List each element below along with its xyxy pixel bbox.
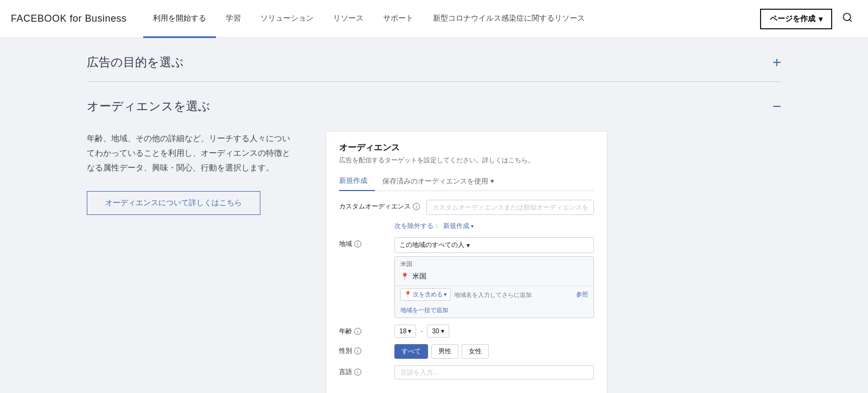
age-min-chevron-icon: ▾ — [408, 327, 411, 335]
age-label: 年齢 i — [339, 325, 388, 336]
gender-row: 性別 i すべて男性女性 — [339, 344, 594, 359]
custom-audience-label: カスタムオーディエンス i — [339, 200, 420, 211]
nav-item-学習[interactable]: 学習 — [216, 0, 251, 38]
location-info-icon[interactable]: i — [354, 240, 361, 248]
age-row: 年齢 i 18 ▾ - 30 ▾ — [339, 325, 594, 338]
gender-btn-すべて[interactable]: すべて — [394, 344, 428, 359]
nav-item-サポート[interactable]: サポート — [373, 0, 423, 38]
location-type-dropdown[interactable]: この地域のすべての人 ▾ — [394, 237, 594, 253]
pin-icon: 📍 — [400, 272, 409, 281]
location-entry: 📍 米国 — [395, 269, 593, 286]
search-button[interactable] — [838, 10, 857, 28]
audience-body: 年齢、地域、その他の詳細など、リーチする人々についてわかっていることを利用し、オ… — [87, 131, 781, 393]
gender-label: 性別 i — [339, 344, 388, 356]
create-page-label: ページを作成 — [770, 14, 815, 24]
gender-group: すべて男性女性 — [394, 344, 489, 359]
location-country-header: 米国 — [395, 257, 593, 269]
panel-tabs: 新規作成 保存済みのオーディエンスを使用 ▾ — [339, 173, 594, 191]
location-chevron-icon: ▾ — [467, 242, 470, 249]
svg-line-1 — [850, 20, 852, 22]
ad-goal-section: 広告の目的を選ぶ + — [87, 38, 781, 82]
logo-sub: for Business — [67, 13, 127, 24]
audience-section: オーディエンスを選ぶ − 年齢、地域、その他の詳細など、リーチする人々についてわ… — [87, 82, 781, 393]
location-row: 地域 i この地域のすべての人 ▾ 米国 📍 米国 — [339, 237, 594, 318]
audience-description: 年齢、地域、その他の詳細など、リーチする人々についてわかっていることを利用し、オ… — [87, 131, 293, 175]
create-page-button[interactable]: ページを作成 ▾ — [760, 9, 832, 29]
language-row: 言語 i — [339, 365, 594, 379]
age-max-dropdown[interactable]: 30 ▾ — [427, 325, 449, 338]
audience-title: オーディエンスを選ぶ — [87, 98, 210, 115]
search-icon — [842, 12, 853, 23]
age-min-dropdown[interactable]: 18 ▾ — [394, 325, 416, 338]
gender-btn-女性[interactable]: 女性 — [462, 344, 489, 359]
age-separator: - — [418, 327, 425, 335]
location-add-input[interactable] — [454, 291, 573, 298]
chevron-down-icon: ▾ — [490, 177, 494, 185]
nav-item-利用を開始する[interactable]: 利用を開始する — [143, 0, 216, 38]
panel-subtitle: 広告を配信するターゲットを設定してください。詳しくはこちら。 — [339, 156, 594, 165]
nav-item-リソース[interactable]: リソース — [323, 0, 373, 38]
header-actions: ページを作成 ▾ — [760, 9, 857, 29]
logo-facebook: FACEBOOK — [11, 13, 67, 24]
audience-section-header: オーディエンスを選ぶ − — [87, 98, 781, 115]
location-add-mode-dropdown[interactable]: 📍 次を含める ▾ — [400, 288, 451, 301]
custom-audience-row: カスタムオーディエンス i — [339, 200, 594, 215]
nav-item-新型コロナウイルス感染症に関するリソース[interactable]: 新型コロナウイルス感染症に関するリソース — [423, 0, 595, 38]
custom-audience-info-icon[interactable]: i — [413, 203, 420, 210]
logo: FACEBOOK for Business — [11, 13, 127, 24]
audience-left-panel: 年齢、地域、その他の詳細など、リーチする人々についてわかっていることを利用し、オ… — [87, 131, 293, 215]
nav-item-ソリューション[interactable]: ソリューション — [251, 0, 323, 38]
pin-icon: 📍 — [404, 291, 412, 298]
language-label: 言語 i — [339, 365, 388, 377]
panel-title: オーディエンス — [339, 142, 594, 154]
main-content: 広告の目的を選ぶ + オーディエンスを選ぶ − 年齢、地域、その他の詳細など、リ… — [0, 38, 868, 393]
add-mode-chevron-icon: ▾ — [444, 291, 447, 298]
ad-goal-title: 広告の目的を選ぶ — [87, 54, 184, 71]
gender-info-icon[interactable]: i — [354, 347, 361, 354]
chevron-down-icon: ▾ — [819, 15, 822, 23]
tab-saved-audience[interactable]: 保存済みのオーディエンスを使用 ▾ — [375, 173, 494, 191]
location-ref-link[interactable]: 参照 — [576, 290, 588, 299]
main-nav: 利用を開始する学習ソリューションリソースサポート新型コロナウイルス感染症に関する… — [143, 0, 760, 38]
location-box: 米国 📍 米国 📍 次を含める ▾ — [394, 256, 594, 318]
exclude-prefix: 次を除外する： — [394, 221, 440, 231]
audience-learn-more-button[interactable]: オーディエンスについて詳しくはこちら — [87, 191, 260, 215]
exclude-chevron-icon: ▾ — [471, 223, 474, 229]
ad-goal-toggle[interactable]: + — [773, 55, 781, 70]
header: FACEBOOK for Business 利用を開始する学習ソリューションリソ… — [0, 0, 868, 38]
location-bulk-link[interactable]: 地域を一括で追加 — [395, 305, 593, 318]
language-input[interactable] — [394, 365, 594, 379]
language-info-icon[interactable]: i — [354, 369, 361, 376]
custom-audience-input[interactable] — [426, 200, 594, 215]
location-label: 地域 i — [339, 237, 388, 249]
audience-toggle[interactable]: − — [773, 99, 781, 114]
exclude-row: 次を除外する： 新規作成 ▾ — [394, 221, 594, 231]
age-info-icon[interactable]: i — [354, 328, 361, 335]
age-max-chevron-icon: ▾ — [441, 327, 444, 335]
audience-panel: オーディエンス 広告を配信するターゲットを設定してください。詳しくはこちら。 新… — [326, 131, 608, 393]
gender-btn-男性[interactable]: 男性 — [431, 344, 458, 359]
location-add-row: 📍 次を含める ▾ 参照 — [395, 286, 593, 305]
exclude-tag[interactable]: 新規作成 ▾ — [443, 221, 474, 231]
tab-new-create[interactable]: 新規作成 — [339, 173, 375, 191]
